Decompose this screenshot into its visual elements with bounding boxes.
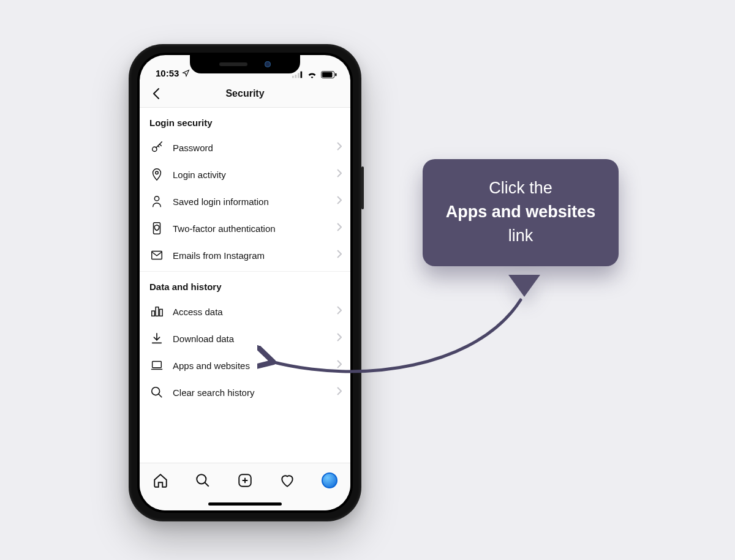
phone-notch bbox=[190, 55, 300, 73]
chevron-right-icon bbox=[337, 223, 342, 234]
row-access-data[interactable]: Access data bbox=[140, 298, 350, 325]
tab-profile[interactable] bbox=[319, 470, 340, 491]
svg-rect-6 bbox=[335, 73, 336, 77]
phone-screen: 10:53 Security Login security bbox=[140, 55, 350, 510]
svg-point-9 bbox=[154, 196, 159, 201]
status-time: 10:53 bbox=[156, 68, 179, 78]
svg-line-21 bbox=[205, 482, 209, 487]
chevron-right-icon bbox=[337, 196, 342, 207]
callout-line1: Click the bbox=[489, 179, 552, 197]
svg-point-8 bbox=[156, 171, 159, 174]
profile-avatar-icon bbox=[322, 472, 337, 488]
tab-new-post[interactable] bbox=[235, 470, 255, 491]
svg-rect-17 bbox=[153, 362, 162, 368]
instruction-callout: Click the Apps and websites link bbox=[423, 159, 619, 266]
row-clear-search[interactable]: Clear search history bbox=[140, 379, 350, 406]
row-label: Login activity bbox=[173, 170, 337, 180]
row-label: Two-factor authentication bbox=[173, 223, 337, 234]
laptop-icon bbox=[149, 358, 164, 373]
shield-icon bbox=[149, 221, 164, 236]
location-arrow-icon bbox=[182, 69, 190, 77]
callout-bold: Apps and websites bbox=[446, 203, 596, 221]
bottom-tab-bar bbox=[140, 463, 350, 497]
battery-icon bbox=[321, 71, 337, 78]
home-indicator bbox=[140, 497, 350, 510]
chevron-right-icon bbox=[337, 360, 342, 371]
row-password[interactable]: Password bbox=[140, 134, 350, 161]
pin-icon bbox=[149, 167, 164, 182]
svg-rect-13 bbox=[156, 307, 159, 316]
person-icon bbox=[149, 194, 164, 209]
nav-header: Security bbox=[140, 80, 350, 108]
home-icon bbox=[153, 472, 168, 488]
tab-home[interactable] bbox=[150, 470, 171, 491]
chart-icon bbox=[149, 304, 164, 319]
row-label: Clear search history bbox=[173, 387, 337, 398]
svg-point-18 bbox=[152, 387, 160, 395]
phone-frame: 10:53 Security Login security bbox=[129, 44, 361, 521]
chevron-right-icon bbox=[337, 333, 342, 344]
row-label: Access data bbox=[173, 307, 337, 317]
chevron-right-icon bbox=[337, 250, 342, 261]
row-two-factor[interactable]: Two-factor authentication bbox=[140, 215, 350, 242]
phone-bezel: 10:53 Security Login security bbox=[137, 53, 353, 513]
svg-line-19 bbox=[159, 394, 162, 398]
row-emails[interactable]: Emails from Instagram bbox=[140, 242, 350, 269]
row-download-data[interactable]: Download data bbox=[140, 325, 350, 352]
chevron-right-icon bbox=[337, 387, 342, 398]
row-label: Saved login information bbox=[173, 196, 337, 207]
tab-search[interactable] bbox=[192, 470, 213, 491]
chevron-right-icon bbox=[337, 306, 342, 317]
row-label: Emails from Instagram bbox=[173, 250, 337, 261]
chevron-left-icon bbox=[152, 88, 160, 100]
search-icon bbox=[149, 385, 164, 400]
row-apps-websites[interactable]: Apps and websites bbox=[140, 352, 350, 379]
chevron-right-icon bbox=[337, 169, 342, 180]
row-login-activity[interactable]: Login activity bbox=[140, 161, 350, 188]
callout-suffix: link bbox=[508, 226, 533, 245]
download-icon bbox=[149, 331, 164, 346]
key-icon bbox=[149, 140, 164, 155]
svg-rect-5 bbox=[322, 72, 333, 77]
svg-rect-14 bbox=[160, 309, 163, 316]
section-title-data: Data and history bbox=[140, 272, 350, 298]
heart-icon bbox=[279, 472, 295, 488]
svg-rect-2 bbox=[298, 73, 300, 78]
svg-rect-1 bbox=[295, 75, 297, 78]
plus-square-icon bbox=[237, 472, 253, 488]
svg-point-20 bbox=[197, 474, 206, 483]
svg-rect-0 bbox=[292, 76, 294, 78]
page-title: Security bbox=[225, 88, 264, 99]
chevron-right-icon bbox=[337, 142, 342, 153]
row-label: Password bbox=[173, 143, 337, 153]
row-saved-login[interactable]: Saved login information bbox=[140, 188, 350, 215]
tab-activity[interactable] bbox=[277, 470, 298, 491]
svg-rect-3 bbox=[301, 72, 303, 78]
back-button[interactable] bbox=[148, 86, 164, 102]
section-title-login: Login security bbox=[140, 108, 350, 134]
row-label: Apps and websites bbox=[173, 360, 337, 371]
mail-icon bbox=[149, 248, 164, 263]
svg-rect-12 bbox=[152, 311, 155, 316]
settings-content: Login security Password Login activity bbox=[140, 108, 350, 463]
wifi-icon bbox=[307, 71, 317, 78]
row-label: Download data bbox=[173, 334, 337, 344]
search-icon bbox=[195, 472, 211, 488]
callout-tail bbox=[508, 275, 540, 297]
